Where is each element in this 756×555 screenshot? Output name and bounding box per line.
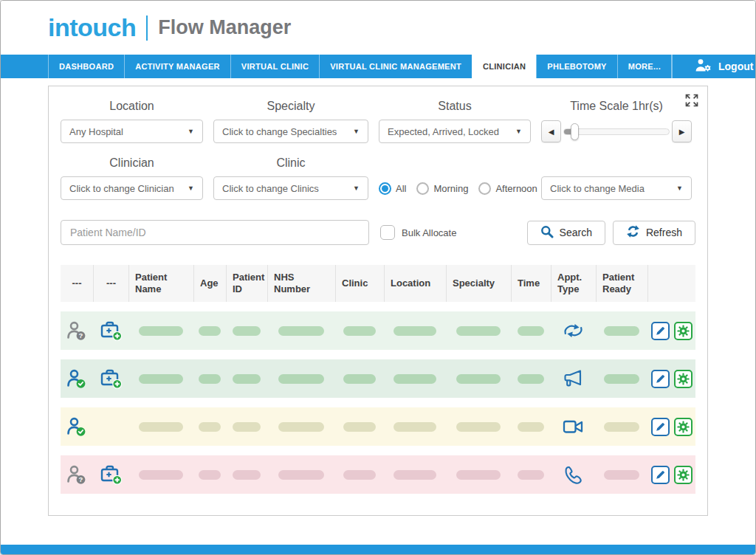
edit-button[interactable] bbox=[651, 370, 670, 388]
placeholder-pill bbox=[278, 422, 325, 432]
radio-all[interactable]: All bbox=[379, 182, 406, 195]
nav-tab-dashboard[interactable]: DASHBOARD bbox=[48, 55, 124, 78]
specialty-dropdown[interactable]: Click to change Specialties ▼ bbox=[213, 120, 368, 143]
chevron-down-icon: ▼ bbox=[188, 128, 194, 135]
placeholder-pill bbox=[343, 326, 377, 336]
settings-button[interactable] bbox=[674, 370, 693, 388]
svg-text:?: ? bbox=[79, 331, 83, 339]
column-header: Clinic bbox=[335, 265, 384, 302]
radio-icon bbox=[379, 182, 391, 195]
radio-morning[interactable]: Morning bbox=[416, 182, 468, 195]
row-actions bbox=[647, 359, 695, 398]
clinic-dropdown[interactable]: Click to change Clinics ▼ bbox=[213, 176, 368, 200]
placeholder-pill bbox=[394, 374, 436, 384]
slider-decrease-button[interactable]: ◀ bbox=[541, 120, 561, 142]
search-button[interactable]: Search bbox=[527, 221, 605, 245]
slider-thumb[interactable] bbox=[571, 123, 579, 140]
nav-tab-virtual-clinic-management[interactable]: VIRTUAL CLINIC MANAGEMENT bbox=[319, 55, 472, 78]
search-section: Bulk Allocate Search bbox=[61, 220, 695, 245]
specialty-label: Specialty bbox=[213, 86, 368, 120]
clinician-label: Clinician bbox=[61, 143, 203, 176]
radio-icon bbox=[478, 182, 491, 195]
repeat-icon bbox=[551, 311, 596, 350]
filter-section: Location Specialty Status Time Scale 1hr… bbox=[61, 86, 695, 200]
app-title: Flow Manager bbox=[158, 16, 291, 39]
patient-search-input[interactable] bbox=[61, 220, 369, 245]
app-header: intouch Flow Manager bbox=[1, 1, 755, 55]
bulk-allocate-checkbox[interactable] bbox=[380, 225, 395, 240]
footer-bar bbox=[1, 545, 755, 554]
settings-button[interactable] bbox=[674, 418, 693, 436]
placeholder-pill bbox=[139, 326, 183, 336]
person-confirmed-icon[interactable] bbox=[61, 359, 93, 398]
svg-text:?: ? bbox=[79, 475, 83, 483]
placeholder-pill bbox=[233, 326, 261, 336]
nav-tab-clinician[interactable]: CLINICIAN bbox=[472, 55, 536, 78]
edit-button[interactable] bbox=[651, 418, 670, 436]
video-camera-icon bbox=[551, 407, 596, 446]
placeholder-pill bbox=[343, 470, 377, 480]
placeholder-pill bbox=[278, 470, 325, 480]
search-icon bbox=[540, 225, 554, 241]
table-row bbox=[61, 359, 695, 398]
nav-tabs: DASHBOARDACTIVITY MANAGERVIRTUAL CLINICV… bbox=[48, 55, 672, 78]
column-header: Time bbox=[511, 265, 551, 302]
slider-track[interactable] bbox=[563, 128, 670, 135]
edit-button[interactable] bbox=[651, 466, 670, 484]
expand-fullscreen-icon[interactable] bbox=[684, 93, 699, 111]
table-header-row: ------Patient NameAgePatient IDNHS Numbe… bbox=[61, 265, 695, 302]
placeholder-pill bbox=[139, 374, 183, 384]
briefcase-add-icon[interactable] bbox=[93, 455, 128, 494]
settings-button[interactable] bbox=[674, 466, 693, 484]
brand-logo: intouch bbox=[48, 13, 136, 42]
row-actions bbox=[647, 311, 695, 350]
column-header: Appt. Type bbox=[551, 265, 596, 302]
logout-label: Logout bbox=[718, 61, 753, 72]
placeholder-pill bbox=[139, 422, 183, 432]
briefcase-add-icon[interactable] bbox=[93, 359, 128, 398]
nav-tab-virtual-clinic[interactable]: VIRTUAL CLINIC bbox=[230, 55, 319, 78]
bulk-allocate-toggle[interactable]: Bulk Allocate bbox=[380, 225, 456, 240]
person-unknown-icon[interactable]: ? bbox=[61, 311, 93, 350]
edit-button[interactable] bbox=[651, 322, 670, 340]
column-header: Specialty bbox=[446, 265, 511, 302]
placeholder-pill bbox=[604, 422, 639, 432]
placeholder-pill bbox=[199, 374, 221, 384]
column-header: Patient ID bbox=[226, 265, 267, 302]
column-header: --- bbox=[61, 265, 93, 302]
app-window: intouch Flow Manager DASHBOARDACTIVITY M… bbox=[0, 0, 756, 555]
nav-tab-more[interactable]: MORE... bbox=[617, 55, 672, 78]
placeholder-pill bbox=[604, 326, 639, 336]
column-header bbox=[647, 265, 695, 302]
user-gear-icon bbox=[695, 58, 712, 75]
location-dropdown[interactable]: Any Hospital ▼ bbox=[61, 120, 203, 143]
placeholder-pill bbox=[233, 422, 261, 432]
main-nav: DASHBOARDACTIVITY MANAGERVIRTUAL CLINICV… bbox=[1, 55, 755, 78]
slider-increase-button[interactable]: ▶ bbox=[672, 120, 692, 142]
status-dropdown[interactable]: Expected, Arrived, Locked ▼ bbox=[379, 120, 531, 143]
patient-table: ------Patient NameAgePatient IDNHS Numbe… bbox=[61, 265, 695, 494]
placeholder-pill bbox=[199, 422, 221, 432]
chevron-down-icon: ▼ bbox=[515, 128, 522, 135]
placeholder-pill bbox=[139, 470, 183, 480]
nav-tab-phlebotomy[interactable]: PHLEBOTOMY bbox=[536, 55, 616, 78]
person-unknown-icon[interactable]: ? bbox=[61, 455, 93, 494]
person-confirmed-icon[interactable] bbox=[61, 407, 93, 446]
clinician-panel: Location Specialty Status Time Scale 1hr… bbox=[48, 86, 708, 516]
nav-tab-activity-manager[interactable]: ACTIVITY MANAGER bbox=[124, 55, 230, 78]
placeholder-pill bbox=[518, 326, 545, 336]
clinician-dropdown[interactable]: Click to change Clinician ▼ bbox=[61, 176, 203, 200]
column-header: Location bbox=[384, 265, 446, 302]
column-header: Patient Ready bbox=[596, 265, 647, 302]
settings-button[interactable] bbox=[674, 322, 693, 340]
logout-button[interactable]: Logout bbox=[672, 55, 756, 78]
briefcase-add-icon[interactable] bbox=[93, 311, 128, 350]
megaphone-icon bbox=[551, 359, 596, 398]
media-dropdown[interactable]: Click to change Media ▼ bbox=[541, 176, 692, 200]
placeholder-pill bbox=[394, 326, 436, 336]
placeholder-pill bbox=[343, 374, 377, 384]
placeholder-pill bbox=[604, 470, 639, 480]
column-header: Patient Name bbox=[128, 265, 193, 302]
radio-afternoon[interactable]: Afternoon bbox=[478, 182, 537, 195]
refresh-button[interactable]: Refresh bbox=[613, 221, 695, 245]
